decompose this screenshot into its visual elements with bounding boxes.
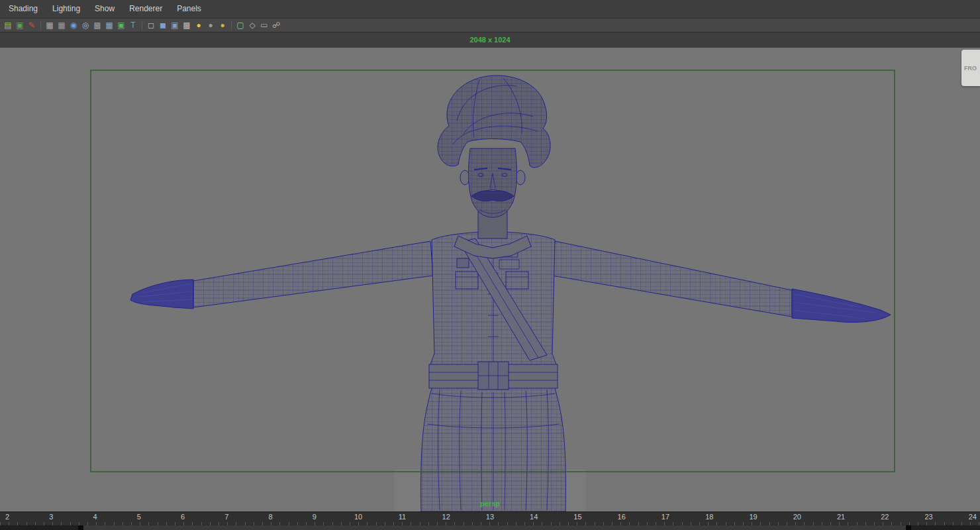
- ambient-occlusion-icon[interactable]: ●: [217, 19, 228, 31]
- camera-select-icon[interactable]: ▣: [14, 19, 26, 31]
- toolbar-separator: [142, 21, 142, 30]
- frame-label-16[interactable]: 16: [617, 512, 626, 525]
- toolbar-icons: ▤▣✎▦▦◉◎▩▦▣T◻◼▣▩●●●▢◇▭☍: [2, 19, 282, 31]
- character-model[interactable]: [130, 76, 891, 511]
- range-slider-end-handle[interactable]: [906, 525, 911, 530]
- wireframe-icon[interactable]: ◻: [145, 19, 157, 31]
- isolate-select-icon[interactable]: ▢: [234, 19, 246, 31]
- time-slider[interactable]: 23456789101112131415161718192021222324: [0, 511, 980, 525]
- panel-menu-bar: Shading Lighting Show Renderer Panels: [0, 0, 980, 19]
- frame-label-19[interactable]: 19: [749, 512, 758, 525]
- range-slider-bar[interactable]: [78, 525, 911, 530]
- shadows-icon[interactable]: ●: [205, 19, 217, 31]
- frame-label-14[interactable]: 14: [529, 512, 538, 525]
- frame-label-2[interactable]: 2: [3, 512, 12, 525]
- range-slider-start-handle[interactable]: [78, 525, 83, 530]
- viewport-scene: [0, 48, 980, 511]
- frame-label-22[interactable]: 22: [880, 512, 889, 525]
- multi-view-icon[interactable]: ☍: [270, 19, 282, 31]
- toolbar-separator: [40, 21, 41, 30]
- use-all-lights-icon[interactable]: ●: [193, 19, 205, 31]
- resolution-gate-label: 2048 x 1024: [469, 32, 510, 48]
- frame-label-23[interactable]: 23: [924, 512, 934, 525]
- film-gate-icon[interactable]: ◉: [68, 19, 79, 31]
- frame-label-13[interactable]: 13: [485, 512, 495, 525]
- image-plane-icon[interactable]: ▦: [44, 19, 56, 31]
- safe-title-icon[interactable]: T: [127, 19, 139, 31]
- textured-icon[interactable]: ▣: [169, 19, 181, 31]
- camera-name-label: persp: [0, 500, 980, 507]
- safe-action-icon[interactable]: ▣: [115, 19, 127, 31]
- frame-label-9[interactable]: 9: [310, 512, 319, 525]
- viewport-hud-top: 2048 x 1024: [0, 32, 980, 48]
- frame-label-4[interactable]: 4: [91, 512, 100, 525]
- field-chart-icon[interactable]: ▦: [103, 19, 115, 31]
- xray-joints-icon[interactable]: ▭: [258, 19, 270, 31]
- menu-lighting[interactable]: Lighting: [45, 0, 87, 18]
- view-layout-icon[interactable]: ▤: [2, 19, 14, 31]
- range-slider[interactable]: [0, 525, 980, 530]
- frame-label-12[interactable]: 12: [442, 512, 451, 525]
- toolbar-separator: [231, 21, 232, 30]
- view-cube-label: FRO: [964, 65, 977, 72]
- shaded-icon[interactable]: ◼: [157, 19, 169, 31]
- frame-label-6[interactable]: 6: [178, 512, 187, 525]
- frame-label-5[interactable]: 5: [134, 512, 144, 525]
- menu-renderer[interactable]: Renderer: [122, 0, 170, 18]
- view-cube-panel[interactable]: FRO: [961, 50, 980, 86]
- frame-label-7[interactable]: 7: [222, 512, 231, 525]
- panel-toolbar: ▤▣✎▦▦◉◎▩▦▣T◻◼▣▩●●●▢◇▭☍: [0, 19, 980, 32]
- frame-label-11[interactable]: 11: [397, 512, 407, 525]
- frame-label-21[interactable]: 21: [836, 512, 846, 525]
- checker-icon[interactable]: ▩: [181, 19, 193, 31]
- frame-label-15[interactable]: 15: [573, 512, 582, 525]
- camera-attributes-icon[interactable]: ✎: [26, 19, 38, 31]
- xray-icon[interactable]: ◇: [246, 19, 258, 31]
- menu-show[interactable]: Show: [87, 0, 122, 18]
- menu-shading[interactable]: Shading: [1, 0, 45, 18]
- grid-icon[interactable]: ▦: [56, 19, 68, 31]
- frame-label-10[interactable]: 10: [354, 512, 363, 525]
- frame-label-8[interactable]: 8: [266, 512, 275, 525]
- resolution-gate-icon[interactable]: ◎: [79, 19, 91, 31]
- frame-label-20[interactable]: 20: [793, 512, 802, 525]
- frame-label-24[interactable]: 24: [968, 512, 977, 525]
- frame-label-3[interactable]: 3: [46, 512, 56, 525]
- gate-mask-icon[interactable]: ▩: [91, 19, 103, 31]
- frame-label-17[interactable]: 17: [661, 512, 670, 525]
- viewport-persp[interactable]: persp FRO: [0, 48, 980, 511]
- frame-label-18[interactable]: 18: [705, 512, 714, 525]
- menu-panels[interactable]: Panels: [170, 0, 209, 18]
